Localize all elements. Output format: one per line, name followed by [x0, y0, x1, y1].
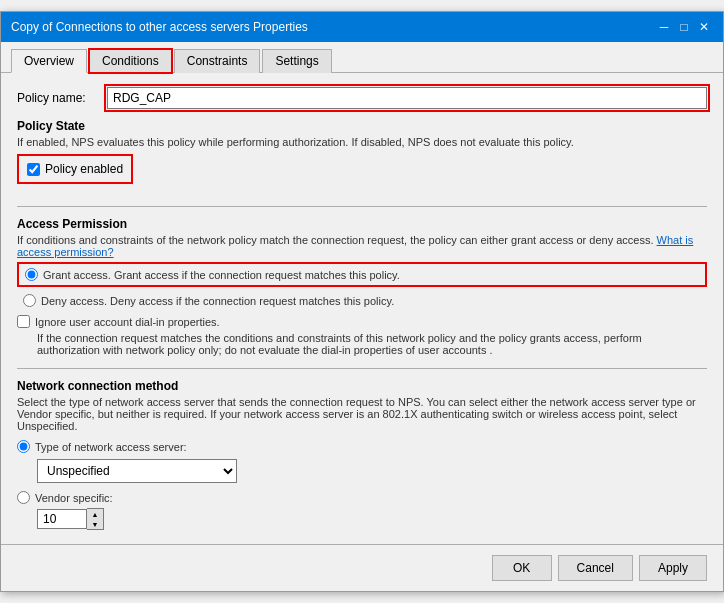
- ok-button[interactable]: OK: [492, 555, 552, 581]
- policy-name-row: Policy name:: [17, 87, 707, 109]
- vendor-label: Vendor specific:: [35, 492, 113, 504]
- network-title: Network connection method: [17, 379, 707, 393]
- divider-1: [17, 206, 707, 207]
- ignore-label: Ignore user account dial-in properties.: [35, 316, 220, 328]
- window-title: Copy of Connections to other access serv…: [11, 20, 308, 34]
- minimize-button[interactable]: ─: [655, 18, 673, 36]
- apply-button[interactable]: Apply: [639, 555, 707, 581]
- main-window: Copy of Connections to other access serv…: [0, 11, 724, 592]
- network-desc: Select the type of network access server…: [17, 396, 707, 432]
- tab-overview[interactable]: Overview: [11, 49, 87, 73]
- policy-state-section: Policy State If enabled, NPS evaluates t…: [17, 119, 707, 194]
- title-bar: Copy of Connections to other access serv…: [1, 12, 723, 42]
- deny-access-label: Deny access. Deny access if the connecti…: [41, 295, 394, 307]
- divider-2: [17, 368, 707, 369]
- policy-enabled-checkbox[interactable]: [27, 163, 40, 176]
- title-bar-buttons: ─ □ ✕: [655, 18, 713, 36]
- ignore-checkbox[interactable]: [17, 315, 30, 328]
- type-radio[interactable]: [17, 440, 30, 453]
- network-type-row: Type of network access server:: [17, 440, 707, 453]
- policy-state-title: Policy State: [17, 119, 707, 133]
- policy-enabled-row: Policy enabled: [17, 154, 133, 184]
- policy-state-desc: If enabled, NPS evaluates this policy wh…: [17, 136, 707, 148]
- grant-access-radio[interactable]: [25, 268, 38, 281]
- content-area: Policy name: Policy State If enabled, NP…: [1, 73, 723, 544]
- ignore-desc: If the connection request matches the co…: [37, 332, 707, 356]
- footer: OK Cancel Apply: [1, 544, 723, 591]
- policy-enabled-label: Policy enabled: [45, 162, 123, 176]
- tab-settings[interactable]: Settings: [262, 49, 331, 73]
- close-button[interactable]: ✕: [695, 18, 713, 36]
- vendor-spinner-input[interactable]: [37, 509, 87, 529]
- tab-constraints[interactable]: Constraints: [174, 49, 261, 73]
- tab-conditions[interactable]: Conditions: [89, 49, 172, 73]
- spinner-up-button[interactable]: ▲: [87, 509, 103, 519]
- access-permission-title: Access Permission: [17, 217, 707, 231]
- policy-name-input[interactable]: [107, 87, 707, 109]
- network-type-label: Type of network access server:: [35, 441, 187, 453]
- deny-access-row: Deny access. Deny access if the connecti…: [17, 292, 707, 309]
- access-permission-desc: If conditions and constraints of the net…: [17, 234, 707, 258]
- network-section: Network connection method Select the typ…: [17, 379, 707, 530]
- maximize-button[interactable]: □: [675, 18, 693, 36]
- grant-access-row: Grant access. Grant access if the connec…: [17, 262, 707, 287]
- tab-bar: Overview Conditions Constraints Settings: [1, 42, 723, 73]
- spinner-buttons: ▲ ▼: [87, 508, 104, 530]
- vendor-radio[interactable]: [17, 491, 30, 504]
- spinner-down-button[interactable]: ▼: [87, 519, 103, 529]
- access-permission-section: Access Permission If conditions and cons…: [17, 217, 707, 356]
- network-type-select[interactable]: Unspecified RAS (Remote Access Server) D…: [37, 459, 237, 483]
- spinner-row: ▲ ▼: [37, 508, 707, 530]
- vendor-row: Vendor specific:: [17, 491, 707, 504]
- policy-name-label: Policy name:: [17, 91, 107, 105]
- grant-access-label: Grant access. Grant access if the connec…: [43, 269, 400, 281]
- type-dropdown-row: Unspecified RAS (Remote Access Server) D…: [37, 459, 707, 483]
- cancel-button[interactable]: Cancel: [558, 555, 633, 581]
- deny-access-radio[interactable]: [23, 294, 36, 307]
- ignore-checkbox-row: Ignore user account dial-in properties.: [17, 315, 707, 328]
